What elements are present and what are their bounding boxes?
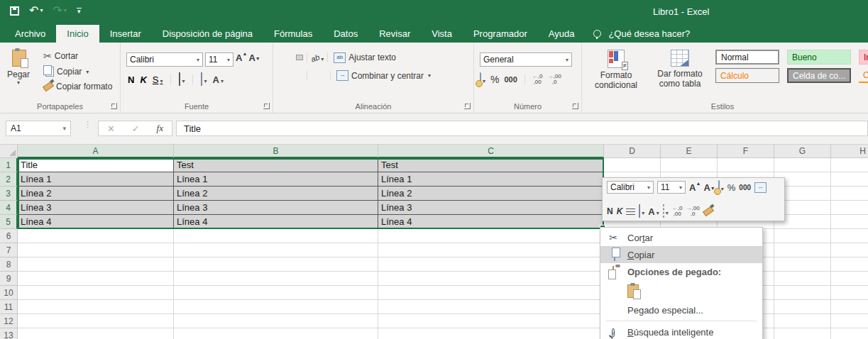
cell-A13[interactable] <box>18 328 174 339</box>
tab-programador[interactable]: Programador <box>463 25 538 43</box>
column-header-D[interactable]: D <box>604 145 661 158</box>
align-left-button[interactable] <box>279 73 286 79</box>
align-center-button[interactable] <box>287 73 295 79</box>
cut-button[interactable]: ✂Cortar <box>41 50 114 62</box>
fill-color-button[interactable] <box>201 73 207 86</box>
menu-item-copiar[interactable]: Copiar <box>600 246 762 263</box>
cell-C3[interactable]: Línea 2 <box>378 187 604 201</box>
cell-H11[interactable] <box>831 300 868 314</box>
align-top-button[interactable] <box>279 55 286 60</box>
mini-fill-color-button[interactable] <box>639 205 644 218</box>
menu-item-pegado-especial[interactable]: Pegado especial... <box>600 301 762 318</box>
cell-C5[interactable]: Línea 4 <box>378 215 604 229</box>
merge-center-button[interactable]: ↔Combinar y centrar <box>334 70 433 82</box>
tab-disposicion[interactable]: Disposición de página <box>152 25 263 43</box>
row-header-11[interactable]: 11 <box>0 300 18 314</box>
dialog-launcher-icon[interactable] <box>263 103 270 109</box>
cell-G7[interactable] <box>774 243 831 257</box>
cell-H3[interactable] <box>831 187 868 201</box>
tell-me-box[interactable]: ¿Qué desea hacer? <box>585 25 698 43</box>
percent-style-button[interactable]: % <box>490 74 499 85</box>
cell-B13[interactable] <box>174 328 378 339</box>
cell-A4[interactable]: Línea 3 <box>18 201 174 215</box>
decrease-decimal-button[interactable]: →,00 ,0 <box>548 74 561 85</box>
tab-archivo[interactable]: Archivo <box>4 25 56 43</box>
cell-B3[interactable]: Línea 2 <box>174 187 378 201</box>
row-header-10[interactable]: 10 <box>0 286 18 300</box>
cell-H1[interactable] <box>831 158 868 172</box>
align-right-button[interactable] <box>296 73 303 79</box>
cell-D1[interactable] <box>604 158 661 172</box>
format-painter-icon[interactable] <box>703 206 714 217</box>
row-header-4[interactable]: 4 <box>0 201 18 215</box>
paste-button[interactable]: Pegar ▾ <box>7 50 30 86</box>
comma-style-button[interactable]: 000 <box>504 75 517 84</box>
bold-button[interactable]: N <box>128 74 134 85</box>
cell-C2[interactable]: Línea 1 <box>378 172 604 187</box>
cell-C13[interactable] <box>378 328 604 339</box>
row-header-13[interactable]: 13 <box>0 328 18 339</box>
cell-B12[interactable] <box>174 314 378 328</box>
cell-A3[interactable]: Línea 2 <box>18 187 174 201</box>
cell-G10[interactable] <box>774 286 831 300</box>
formula-bar-splitter[interactable]: ⋮ <box>84 123 92 126</box>
cell-C7[interactable] <box>378 243 604 257</box>
column-header-F[interactable]: F <box>718 145 774 158</box>
align-middle-button[interactable] <box>287 55 295 60</box>
row-header-2[interactable]: 2 <box>0 172 18 187</box>
cell-H2[interactable] <box>831 172 868 187</box>
cell-A5[interactable]: Línea 4 <box>18 215 174 229</box>
tab-ayuda[interactable]: Ayuda <box>538 25 586 43</box>
undo-button[interactable]: ↶▾ <box>29 5 43 16</box>
mini-font-size-select[interactable]: 11 <box>657 181 686 194</box>
mini-percent-button[interactable]: % <box>727 182 736 193</box>
cell-H7[interactable] <box>831 243 868 257</box>
tab-formulas[interactable]: Fórmulas <box>263 25 323 43</box>
cell-C12[interactable] <box>378 314 604 328</box>
font-color-button[interactable]: A <box>213 73 224 86</box>
column-header-A[interactable]: A <box>18 145 174 158</box>
cell-G12[interactable] <box>774 314 831 328</box>
tab-vista[interactable]: Vista <box>421 25 463 43</box>
menu-item-paste-keep-format[interactable] <box>600 280 762 301</box>
cell-C1[interactable]: Test <box>378 158 604 172</box>
cell-A10[interactable] <box>18 286 174 300</box>
column-header-H[interactable]: H <box>831 145 868 158</box>
mini-currency-button[interactable] <box>718 181 724 194</box>
insert-function-button[interactable]: fx <box>157 123 163 134</box>
style-incorrecto[interactable]: Incor <box>859 50 868 65</box>
menu-item-cortar[interactable]: ✂ Cortar <box>600 229 762 246</box>
cell-F1[interactable] <box>718 158 774 172</box>
align-bottom-button[interactable] <box>296 55 303 60</box>
cell-A7[interactable] <box>18 243 174 257</box>
cell-C10[interactable] <box>378 286 604 300</box>
column-header-G[interactable]: G <box>774 145 831 158</box>
cell-H13[interactable] <box>831 328 868 339</box>
cell-C11[interactable] <box>378 300 604 314</box>
tab-insertar[interactable]: Insertar <box>99 25 152 43</box>
select-all-button[interactable] <box>0 145 18 158</box>
increase-decimal-button[interactable]: ←,0 ,00 <box>532 74 543 85</box>
style-celda-vinculada[interactable]: Celd <box>859 68 868 83</box>
cell-B10[interactable] <box>174 286 378 300</box>
cell-B1[interactable]: Test <box>174 158 378 172</box>
currency-format-button[interactable] <box>480 73 485 86</box>
cell-G11[interactable] <box>774 300 831 314</box>
mini-decrease-decimal-button[interactable]: →,00 ,0 <box>686 206 699 217</box>
borders-button[interactable] <box>179 73 185 86</box>
cell-A1[interactable]: Title <box>18 158 174 172</box>
name-box[interactable]: A1 <box>6 121 71 136</box>
dialog-launcher-icon[interactable] <box>572 103 578 109</box>
cell-B5[interactable]: Línea 4 <box>174 215 378 229</box>
column-header-C[interactable]: C <box>378 145 604 158</box>
cell-H6[interactable] <box>831 229 868 243</box>
cell-H5[interactable] <box>831 215 868 229</box>
cell-G1[interactable] <box>774 158 831 172</box>
style-bueno[interactable]: Bueno <box>787 50 851 65</box>
cancel-button[interactable]: ✕ <box>107 123 115 134</box>
cell-B9[interactable] <box>174 272 378 286</box>
cell-A2[interactable]: Línea 1 <box>18 172 174 187</box>
align-center-icon[interactable] <box>626 209 635 215</box>
decrease-font-button[interactable]: A <box>248 52 259 67</box>
enter-button[interactable]: ✓ <box>132 123 140 134</box>
